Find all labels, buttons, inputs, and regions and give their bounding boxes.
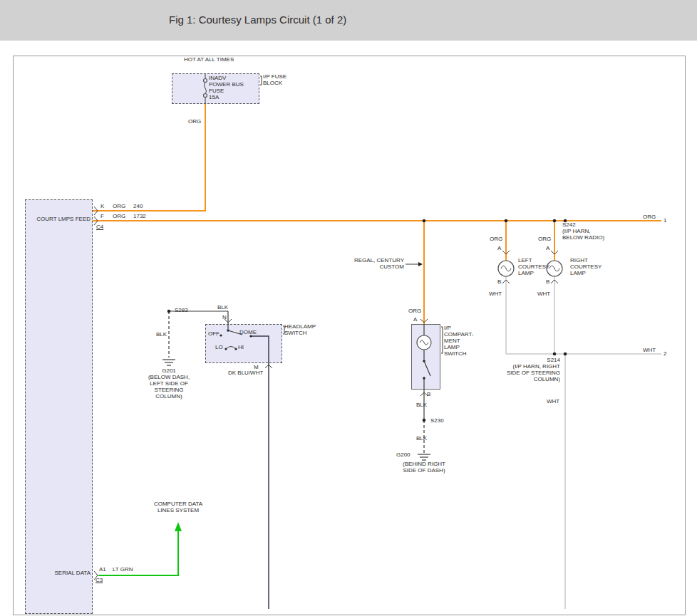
g200-line: SIDE OF DASH) [381, 467, 467, 474]
wire-label-blk-s230-top: BLK [416, 402, 427, 408]
fuse-block-label: I/P FUSE BLOCK [263, 73, 286, 86]
wire-label-wht-right: WHT [643, 347, 656, 353]
ground-g201-label: G201 (BELOW DASH, LEFT SIDE OF STEERING … [133, 367, 205, 400]
ground-g200-name: G200 [396, 451, 411, 458]
serial-data-label: SERIAL DATA [41, 570, 91, 576]
wire-label-org-feed: ORG [188, 118, 201, 125]
pin-a1-label: A1 [99, 566, 106, 573]
s242-line: (I/P HARN, [562, 228, 604, 234]
ip-switch-line: I/P [444, 325, 473, 331]
splice-s283-label: S283 [175, 307, 188, 313]
right-courtesy-lamp-label: RIGHT COURTESY LAMP [570, 257, 602, 276]
ground-g200-location: (BEHIND RIGHT SIDE OF DASH) [381, 461, 467, 474]
left-lamp-pin-b: B [497, 278, 501, 285]
hot-at-all-times-label: HOT AT ALL TIMES [184, 56, 234, 63]
headlamp-pin-n: N [222, 314, 227, 320]
left-lamp-line: COURTESY [518, 263, 549, 270]
ip-compartment-lamp-switch-box [411, 324, 440, 390]
headlamp-position-lo: LO [215, 344, 223, 350]
s214-line: (I/P HARN, RIGHT [497, 363, 560, 370]
right-lamp-line: LAMP [570, 270, 602, 276]
headlamp-position-hi: HI [238, 344, 244, 350]
wire-label-lt-grn: LT GRN [113, 566, 133, 573]
ip-switch-pin-b: B [427, 391, 430, 397]
fuse-line: POWER BUS [209, 81, 244, 88]
s242-line: BELOW RADIO) [562, 234, 604, 241]
title-bar: Fig 1: Courtesy Lamps Circuit (1 of 2) [0, 0, 697, 41]
wire-label-blk-n: BLK [217, 304, 228, 310]
headlamp-switch-label: HEADLAMP SWITCH [284, 323, 316, 336]
pin-k-label: K [100, 203, 104, 209]
splice-s230-label: S230 [430, 417, 444, 424]
headlamp-position-dome: DOME [239, 329, 257, 335]
wire-label-org-1732: ORG [113, 213, 125, 219]
court-lmps-feed-label: COURT LMPS FEED [27, 216, 91, 222]
ip-switch-line: LAMP [444, 344, 473, 350]
left-module-box [25, 199, 93, 614]
regal-century-note: REGAL, CENTURY CUSTOM [342, 257, 404, 270]
g201-line: G201 [133, 367, 205, 374]
wire-label-wht-left-lamp: WHT [489, 291, 502, 297]
fuse-line: 15A [209, 94, 244, 100]
s242-line: S242 [562, 221, 604, 228]
g201-line: COLUMN) [133, 393, 205, 400]
left-lamp-line: LEFT [518, 257, 549, 263]
computer-line: COMPUTER DATA [140, 501, 216, 507]
regal-line: CUSTOM [342, 263, 404, 270]
g200-line: (BEHIND RIGHT [381, 461, 467, 467]
wire-label-dk-blu-wht: DK BLU/WHT [228, 370, 263, 376]
g201-line: STEERING [133, 387, 205, 393]
page-title: Fig 1: Courtesy Lamps Circuit (1 of 2) [169, 14, 346, 26]
splice-s214-label: S214 (I/P HARN, RIGHT SIDE OF STEERING C… [497, 357, 560, 382]
left-lamp-line: LAMP [518, 270, 549, 276]
wire-label-org-switch: ORG [408, 308, 421, 314]
computer-data-lines-label: COMPUTER DATA LINES SYSTEM [140, 501, 216, 513]
s214-line: S214 [497, 357, 560, 363]
right-lamp-line: COURTESY [570, 263, 602, 270]
fuse-block-line: I/P FUSE [263, 73, 286, 80]
diagram-page: Fig 1: Courtesy Lamps Circuit (1 of 2) [0, 0, 697, 616]
circuit-1732-label: 1732 [133, 213, 146, 219]
offpage-ref-1: 1 [664, 217, 666, 224]
connector-c4-label: C4 [96, 224, 103, 230]
ip-lamp-switch-label: I/P COMPART- MENT LAMP SWITCH [444, 325, 473, 357]
fuse-line: FUSE [209, 88, 244, 94]
wire-label-blk-g201: BLK [156, 331, 167, 338]
fuse-block-line: BLOCK [263, 80, 286, 86]
ip-switch-line: MENT [444, 338, 473, 344]
circuit-240-label: 240 [133, 203, 143, 209]
offpage-ref-2: 2 [664, 350, 666, 357]
ip-switch-pin-a: A [413, 316, 417, 323]
wire-label-wht-right-lamp: WHT [537, 291, 550, 297]
splice-s242-label: S242 (I/P HARN, BELOW RADIO) [562, 221, 604, 241]
diagram-frame [13, 56, 686, 615]
headlamp-label-line: SWITCH [284, 330, 316, 336]
s214-line: COLUMN) [497, 376, 560, 382]
left-courtesy-lamp-label: LEFT COURTESY LAMP [518, 257, 549, 276]
wire-label-wht-vertical: WHT [547, 398, 559, 404]
headlamp-label-line: HEADLAMP [284, 323, 316, 330]
fuse-name-label: INADV POWER BUS FUSE 15A [209, 75, 244, 100]
wire-label-blk-s230-bottom: BLK [416, 435, 427, 442]
left-lamp-pin-a: A [497, 245, 501, 251]
wire-label-org-right: ORG [643, 214, 656, 220]
wire-label-org-left-lamp: ORG [490, 236, 502, 242]
right-lamp-pin-b: B [546, 278, 549, 285]
headlamp-position-off: OFF [208, 330, 220, 337]
right-lamp-pin-a: A [546, 245, 549, 251]
fuse-line: INADV [209, 75, 244, 81]
g201-line: (BELOW DASH, [133, 374, 205, 380]
wire-label-org-240: ORG [113, 203, 125, 209]
right-lamp-line: RIGHT [570, 257, 602, 263]
regal-line: REGAL, CENTURY [342, 257, 404, 263]
wire-label-org-right-lamp: ORG [538, 236, 551, 242]
computer-line: LINES SYSTEM [140, 507, 216, 513]
ip-switch-line: COMPART- [444, 331, 473, 338]
g201-line: LEFT SIDE OF [133, 380, 205, 387]
pin-f-label: F [100, 213, 104, 219]
connector-c3-label: C3 [95, 577, 103, 583]
ip-switch-line: SWITCH [444, 350, 473, 357]
s214-line: SIDE OF STEERING [497, 370, 560, 376]
